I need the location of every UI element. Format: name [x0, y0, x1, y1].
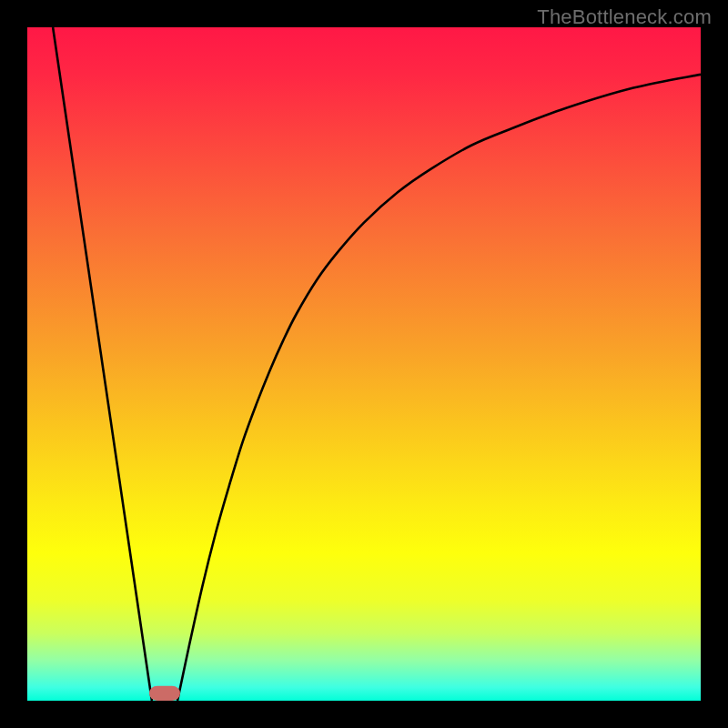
plot-area: [27, 27, 701, 701]
chart-frame: TheBottleneck.com: [0, 0, 728, 728]
chart-svg: [27, 27, 701, 701]
minimum-marker: [149, 686, 180, 701]
watermark-text: TheBottleneck.com: [537, 5, 712, 29]
gradient-background: [27, 27, 701, 701]
